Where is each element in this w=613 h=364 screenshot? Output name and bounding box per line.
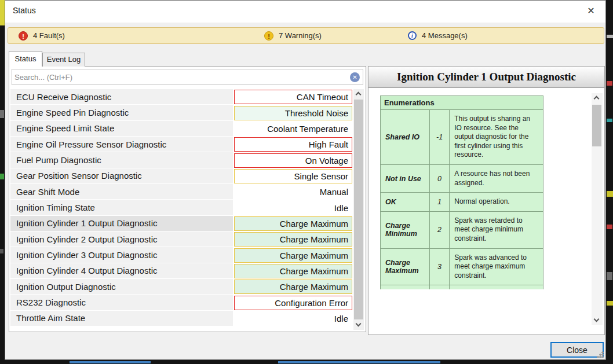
- enum-value: 3: [429, 248, 449, 285]
- tab-status[interactable]: Status: [9, 51, 42, 67]
- status-row[interactable]: Ignition Cylinder 4 Output DiagnosticCha…: [10, 263, 353, 279]
- status-row[interactable]: Engine Speed Limit StateCoolant Temperat…: [10, 121, 353, 137]
- status-row[interactable]: Engine Oil Pressure Sensor DiagnosticHig…: [10, 137, 353, 152]
- background-fragment: [0, 0, 5, 25]
- status-row-value: Coolant Temperature: [234, 122, 352, 136]
- status-row-label: Engine Speed Pin Diagnostic: [10, 105, 233, 120]
- status-row[interactable]: Ignition Cylinder 3 Output DiagnosticCha…: [10, 247, 353, 263]
- tab-event-log[interactable]: Event Log: [42, 53, 85, 67]
- enum-rows: Shared IO-1This output is sharing an IO …: [381, 110, 543, 289]
- enum-name: Charge Maximum: [381, 248, 430, 285]
- status-row[interactable]: Gear Position Sensor DiagnosticSingle Se…: [10, 168, 353, 184]
- enum-description: Normal operation.: [450, 193, 543, 212]
- status-row[interactable]: RS232 DiagnosticConfiguration Error: [10, 295, 353, 310]
- background-fragment: [0, 249, 3, 253]
- enum-row: Charge Minimum2Spark was retarded to mee…: [381, 211, 543, 248]
- background-fragment: [0, 174, 4, 179]
- background-fragment: [607, 191, 613, 197]
- detail-panel-title: Ignition Cylinder 1 Output Diagnostic: [368, 67, 604, 88]
- enum-name: Shared IO: [381, 110, 430, 165]
- scrollbar-thumb[interactable]: [354, 100, 363, 319]
- close-button[interactable]: Close: [550, 342, 604, 358]
- status-row-label: Ignition Cylinder 4 Output Diagnostic: [10, 263, 233, 279]
- background-fragment: [607, 81, 612, 86]
- status-row-label: Ignition Cylinder 2 Output Diagnostic: [10, 231, 233, 247]
- enum-name: Charge Minimum: [381, 211, 430, 248]
- status-row-value: Charge Maximum: [234, 248, 352, 263]
- status-row[interactable]: Gear Shift ModeManual: [10, 184, 353, 200]
- status-row[interactable]: Engine Speed Pin DiagnosticThreshold Noi…: [10, 105, 353, 120]
- enumerations-table: Enumerations Shared IO-1This output is s…: [380, 95, 543, 289]
- status-row[interactable]: Throttle Aim StateIdle: [10, 311, 353, 326]
- status-row-label: Engine Oil Pressure Sensor Diagnostic: [10, 137, 233, 152]
- status-row[interactable]: Ignition Timing StateIdle: [10, 200, 353, 215]
- scrollbar-thumb[interactable]: [592, 105, 601, 146]
- fault-summary[interactable]: ! 4 Fault(s): [19, 28, 65, 43]
- enum-value: 2: [429, 211, 449, 248]
- status-list: ECU Receive DiagnosticCAN TimeoutEngine …: [10, 89, 353, 330]
- search-box: ✕: [12, 69, 363, 85]
- title-bar: Status ✕: [5, 1, 605, 23]
- enum-row: Charge Maximum3Spark was advanced to mee…: [381, 248, 543, 285]
- background-fragment: [607, 119, 612, 122]
- status-row-value: Idle: [234, 311, 352, 326]
- status-row[interactable]: Ignition Output DiagnosticCharge Maximum: [10, 279, 353, 295]
- status-row[interactable]: Ignition Cylinder 1 Output DiagnosticCha…: [10, 216, 353, 231]
- status-dialog: Status ✕ ! 4 Fault(s) ! 7 Warning(s) i 4…: [5, 0, 606, 360]
- status-row-label: Throttle Aim State: [10, 311, 233, 326]
- fault-icon: !: [19, 31, 28, 41]
- clear-search-icon[interactable]: ✕: [350, 72, 360, 82]
- status-row-label: Fuel Pump Diagnostic: [10, 152, 233, 168]
- background-fragment: [70, 361, 151, 363]
- detail-scrollbar[interactable]: [592, 93, 603, 325]
- resize-grip[interactable]: [597, 351, 604, 358]
- enum-value: 1: [429, 193, 449, 212]
- message-count-label: 4 Message(s): [422, 31, 468, 40]
- status-row-label: Ignition Timing State: [10, 200, 233, 215]
- enum-row: Shared IO-1This output is sharing an IO …: [381, 110, 543, 165]
- fault-count-label: 4 Fault(s): [33, 31, 65, 40]
- enum-value: -1: [429, 110, 449, 165]
- status-row-value: On Voltage: [234, 153, 352, 168]
- message-summary[interactable]: i 4 Message(s): [408, 28, 468, 43]
- scroll-up-icon[interactable]: [353, 89, 364, 98]
- status-row-value: Single Sensor: [234, 169, 352, 183]
- detail-panel: Ignition Cylinder 1 Output Diagnostic En…: [368, 66, 605, 335]
- status-row[interactable]: Ignition Cylinder 2 Output DiagnosticCha…: [10, 231, 353, 247]
- status-list-scrollbar[interactable]: [353, 89, 364, 330]
- background-fragment: [278, 361, 440, 363]
- status-row-value: Charge Maximum: [234, 232, 352, 247]
- enum-row: OK1Normal operation.: [381, 193, 543, 212]
- enum-description: Spark was advanced to meet charge maximu…: [450, 248, 543, 285]
- status-row-label: ECU Receive Diagnostic: [10, 89, 233, 105]
- scroll-down-icon[interactable]: [353, 321, 364, 330]
- enum-row-partial: [381, 285, 543, 289]
- status-row-label: Ignition Cylinder 1 Output Diagnostic: [10, 216, 233, 231]
- status-row-value: High Fault: [234, 137, 352, 152]
- detail-panel-body: Enumerations Shared IO-1This output is s…: [368, 89, 604, 334]
- status-row-label: Gear Shift Mode: [10, 184, 233, 200]
- status-row[interactable]: Fuel Pump DiagnosticOn Voltage: [10, 152, 353, 168]
- status-tab-page: ✕ ECU Receive DiagnosticCAN TimeoutEngin…: [9, 66, 366, 332]
- status-row-value: Threshold Noise: [234, 106, 352, 120]
- status-row-value: CAN Timeout: [234, 90, 352, 104]
- enum-value: 0: [429, 164, 449, 192]
- scroll-up-icon[interactable]: [592, 93, 603, 102]
- background-fragment: [607, 301, 613, 306]
- enum-name: Not in Use: [381, 164, 430, 192]
- status-row-label: Ignition Output Diagnostic: [10, 279, 233, 295]
- alert-bar: ! 4 Fault(s) ! 7 Warning(s) i 4 Message(…: [8, 27, 604, 44]
- enum-description: This output is sharing an IO resource. S…: [450, 110, 543, 165]
- warning-count-label: 7 Warning(s): [279, 31, 322, 40]
- window-close-icon[interactable]: ✕: [585, 5, 597, 17]
- status-row[interactable]: ECU Receive DiagnosticCAN Timeout: [10, 89, 353, 105]
- status-row-value: Charge Maximum: [234, 280, 352, 294]
- enumerations-header: Enumerations: [381, 96, 543, 110]
- scroll-down-icon[interactable]: [592, 316, 603, 325]
- status-row-value: Configuration Error: [234, 296, 352, 310]
- search-input[interactable]: [14, 71, 346, 83]
- background-fragment: [0, 110, 4, 118]
- warning-summary[interactable]: ! 7 Warning(s): [264, 28, 322, 43]
- status-row-value: Charge Maximum: [234, 264, 352, 278]
- enum-row: Not in Use0A resource has not been assig…: [381, 164, 543, 192]
